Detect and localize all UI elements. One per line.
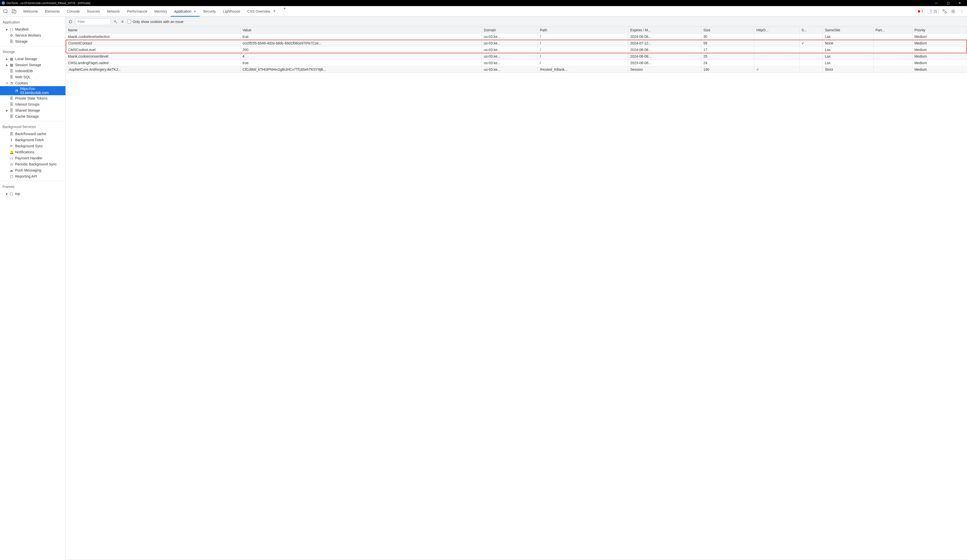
cell-name: kbank.cookieconsentlevel [66,53,240,59]
table-row[interactable]: kbank.cookieconsentlevel4us-03.ke.../202… [66,53,967,59]
sidebar-item-private-state-tokens[interactable]: 🗄Private State Tokens [0,95,66,101]
table-row[interactable]: CMSCookieLevel200us-03.ke.../2024-06-08.… [66,46,967,53]
expand-icon: ▶ [5,58,9,60]
sidebar-item-indexeddb[interactable]: 🗄IndexedDB [0,68,66,74]
sidebar-item-reporting[interactable]: ▢Reporting API [0,173,66,180]
cell-value: 4 [240,53,482,59]
col-name[interactable]: Name [66,27,240,33]
window-minimize-button[interactable]: — [931,0,942,6]
sidebar-item-storage[interactable]: 🗄Storage [0,38,66,44]
tab-security[interactable]: Security [200,6,219,16]
only-issue-toggle[interactable]: Only show cookies with an issue [127,20,184,24]
delete-all-icon[interactable]: ✕ [120,20,125,24]
sidebar-item-local-storage[interactable]: ▶▦Local Storage [0,56,66,62]
svg-line-13 [954,10,955,10]
sidebar-item-label: Session Storage [15,63,41,67]
cell-samesite: Lax [823,59,873,66]
messages-chip[interactable]: 🗨 21 [928,9,939,14]
col-priority[interactable]: Priority [912,27,967,33]
table-row[interactable]: .AspNetCore.Antiforgery.dwTKJ...CfDJ8MI_… [66,66,967,73]
sidebar-item-top-frame[interactable]: ▶▢top [0,191,66,197]
sidebar-item-bg-sync[interactable]: ⟳Background Sync [0,143,66,149]
cell-secure [799,33,822,40]
col-domain[interactable]: Domain [482,27,538,33]
col-samesite[interactable]: SameSite [823,27,873,33]
upload-icon: ↥ [9,138,14,142]
cell-size: 17 [701,46,754,53]
clear-filter-icon[interactable]: ≡x [113,19,118,24]
grid-icon: ▦ [9,63,14,67]
cookie-icon: ◔ [14,89,19,93]
col-httponly[interactable]: HttpO... [754,27,799,33]
cell-path: / [538,59,628,66]
sidebar-item-session-storage[interactable]: ▶▦Session Storage [0,62,66,68]
sidebar-item-cookie-origin[interactable]: ◔https://us-03.kenticolab.com [0,86,66,95]
tab-console-label: Console [67,9,79,13]
sidebar-item-label: Interest Groups [15,102,40,106]
tab-lighthouse-label: Lighthouse [223,9,240,13]
cell-partition [873,33,912,40]
sidebar-item-websql[interactable]: 🗄Web SQL [0,74,66,80]
sidebar-item-notifications[interactable]: 🔔Notifications [0,149,66,155]
sidebar-item-bfcache[interactable]: 🗄Back/forward cache [0,131,66,137]
cell-priority: Medium [912,53,967,59]
inspect-element-icon[interactable] [3,9,8,14]
table-row[interactable]: CMSLandingPageLoadedtrueus-03.ke.../2023… [66,59,967,66]
device-toggle-icon[interactable] [12,9,17,14]
database-icon: 🗄 [9,102,14,106]
sidebar-item-label: Service Workers [15,33,41,37]
sidebar-item-label: Cache Storage [15,114,39,119]
window-close-button[interactable]: ✕ [954,0,965,6]
tab-memory[interactable]: Memory [151,6,171,16]
tab-application[interactable]: Application ✕ [170,6,200,16]
table-row[interactable]: kbank.cookielevelselectiontrueus-03.ke..… [66,33,967,40]
sidebar-item-bg-fetch[interactable]: ↥Background Fetch [0,137,66,143]
sidebar-item-label: Shared Storage [15,109,40,112]
cell-size: 24 [701,59,754,66]
sidebar-item-cookies[interactable]: ▼◔Cookies [0,80,66,86]
add-tab-button[interactable]: + [279,6,290,16]
sidebar-item-shared-storage[interactable]: ▶🗄Shared Storage [0,107,66,114]
sidebar-item-service-workers[interactable]: ⚙Service Workers [0,32,66,38]
svg-point-5 [952,11,954,12]
sidebar-item-periodic-bg[interactable]: ◷Periodic Background Sync [0,161,66,167]
settings-sync-icon[interactable] [942,8,947,14]
cell-path: / [538,33,628,40]
sidebar-item-manifest[interactable]: ▶▢Manifest [0,26,66,32]
only-issue-checkbox[interactable] [127,20,131,23]
sidebar-item-push[interactable]: ☁Push Messaging [0,167,66,173]
database-icon: 🗄 [9,75,14,79]
sidebar-item-interest-groups[interactable]: 🗄Interest Groups [0,101,66,107]
gear-icon[interactable] [950,8,956,14]
window-maximize-button[interactable]: ▢ [942,0,954,6]
cell-httponly [754,33,799,40]
cell-partition [873,46,912,53]
sidebar-item-payment[interactable]: ▭Payment Handler [0,155,66,161]
table-row[interactable]: CurrentContactccc0f255-b549-4d2e-b8dc-69… [66,40,967,46]
expand-icon: ▶ [5,109,9,112]
tab-sources[interactable]: Sources [83,6,103,16]
sidebar-item-label: Back/forward cache [15,132,46,136]
col-size[interactable]: Size [701,27,754,33]
tab-cssoverview[interactable]: CSS Overview ⚗ [244,6,279,16]
tab-cssoverview-label: CSS Overview [248,9,271,13]
svg-line-11 [954,12,955,13]
refresh-icon[interactable] [68,20,73,24]
kebab-menu-icon[interactable]: ⋮ [959,8,964,14]
filter-input[interactable] [75,18,111,25]
tab-console[interactable]: Console [63,6,83,16]
tab-lighthouse[interactable]: Lighthouse [219,6,244,16]
col-secure[interactable]: S... [799,27,822,33]
cell-domain: us-03.ke... [482,33,538,40]
tab-performance[interactable]: Performance [124,6,151,16]
col-value[interactable]: Value [240,27,482,33]
sidebar-item-cache-storage[interactable]: 🗄Cache Storage [0,114,66,119]
close-icon[interactable]: ✕ [193,10,196,13]
col-expires[interactable]: Expires / M... [628,27,701,33]
col-path[interactable]: Path [538,27,628,33]
tab-welcome[interactable]: Welcome [20,6,41,16]
tab-elements[interactable]: Elements [41,6,63,16]
tab-network[interactable]: Network [103,6,123,16]
errors-chip[interactable]: 3 [916,9,925,14]
col-partition[interactable]: Part... [873,27,912,33]
